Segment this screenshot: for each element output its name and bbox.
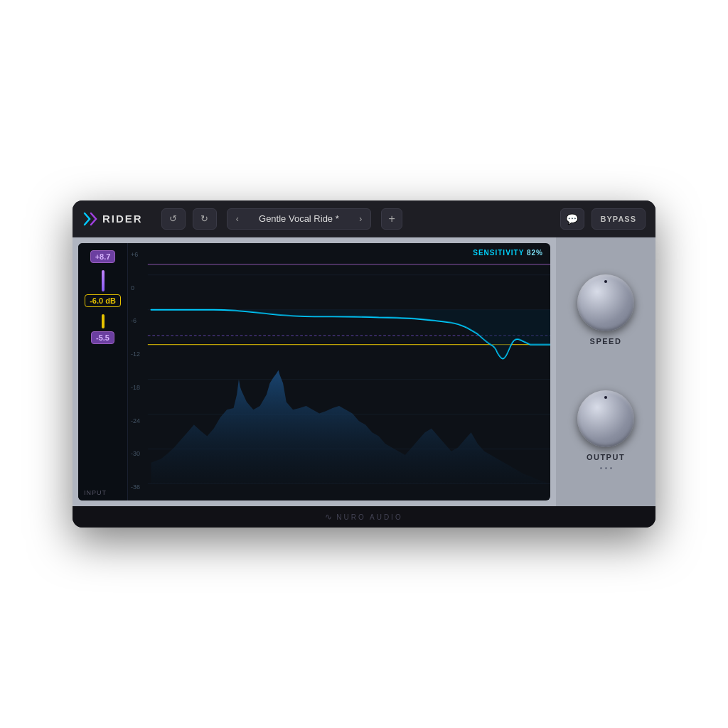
input-label: INPUT <box>84 489 107 496</box>
top-badge: +8.7 <box>90 250 116 263</box>
visualizer-inner: +8.7 -6.0 dB -5.5 INPUT SENSITIVITY 82% <box>78 243 550 500</box>
meter-strip: +8.7 -6.0 dB -5.5 INPUT <box>78 243 128 500</box>
preset-name: Gentle Vocal Ride * <box>247 213 350 224</box>
chevron-left-icon: ‹ <box>236 214 239 224</box>
db-label-0: 0 <box>131 285 140 291</box>
graph-area: SENSITIVITY 82% +6 0 -6 -12 -18 -24 -30 … <box>128 243 550 500</box>
message-icon: 💬 <box>566 213 578 225</box>
db-label-n24: -24 <box>131 418 140 424</box>
dot-3 <box>610 467 612 469</box>
output-label: OUTPUT <box>587 453 625 461</box>
logo-text: RIDER <box>102 213 143 225</box>
db-label-n18: -18 <box>131 385 140 391</box>
db-label-n6: -6 <box>131 318 140 324</box>
bottom-badge: -5.5 <box>91 331 114 344</box>
db-label-p6: +6 <box>131 252 140 258</box>
knob-panel: SPEED OUTPUT <box>556 237 655 506</box>
redo-button[interactable]: ↻ <box>193 208 217 230</box>
next-preset-button[interactable]: › <box>350 208 370 230</box>
brand-name: NURO AUDIO <box>336 513 402 521</box>
dot-2 <box>605 467 607 469</box>
visualizer-panel: +8.7 -6.0 dB -5.5 INPUT SENSITIVITY 82% <box>73 237 556 506</box>
header-bar: RIDER ↺ ↻ ‹ Gentle Vocal Ride * › + 💬 BY… <box>73 200 655 237</box>
brand-bar: ∿ NURO AUDIO <box>73 506 655 528</box>
output-knob-indicator <box>604 396 607 399</box>
logo-area: RIDER <box>82 211 143 227</box>
speed-label: SPEED <box>590 337 622 346</box>
sensitivity-value: 82% <box>527 249 543 257</box>
graph-svg <box>128 243 550 500</box>
redo-icon: ↻ <box>200 213 208 224</box>
undo-button[interactable]: ↺ <box>161 208 186 230</box>
speed-knob-indicator <box>604 280 607 283</box>
plus-icon: + <box>388 213 395 225</box>
undo-icon: ↺ <box>169 213 177 224</box>
dots-decoration <box>600 467 612 469</box>
x-rider-logo <box>82 211 98 227</box>
dot-1 <box>600 467 602 469</box>
bypass-button[interactable]: BYPASS <box>592 208 646 230</box>
bypass-label: BYPASS <box>601 215 636 223</box>
db-labels: +6 0 -6 -12 -18 -24 -30 -36 <box>131 243 140 500</box>
middle-badge: -6.0 dB <box>85 294 121 307</box>
sensitivity-label: SENSITIVITY 82% <box>473 249 543 257</box>
add-preset-button[interactable]: + <box>381 208 402 230</box>
plugin-shell: RIDER ↺ ↻ ‹ Gentle Vocal Ride * › + 💬 BY… <box>73 200 655 528</box>
main-content: +8.7 -6.0 dB -5.5 INPUT SENSITIVITY 82% <box>73 237 655 506</box>
speed-knob-section: SPEED <box>577 274 634 346</box>
prev-preset-button[interactable]: ‹ <box>228 208 247 230</box>
db-label-n36: -36 <box>131 484 140 491</box>
db-label-n30: -30 <box>131 451 140 457</box>
message-button[interactable]: 💬 <box>560 208 584 230</box>
speed-knob[interactable] <box>577 274 634 331</box>
output-knob-section: OUTPUT <box>577 390 634 469</box>
output-knob[interactable] <box>577 390 634 447</box>
db-label-n12: -12 <box>131 351 140 358</box>
sensitivity-text: SENSITIVITY <box>473 249 524 257</box>
chevron-right-icon: › <box>359 214 362 224</box>
preset-selector[interactable]: ‹ Gentle Vocal Ride * › <box>227 208 371 230</box>
brand-wave-icon: ∿ <box>325 512 332 522</box>
